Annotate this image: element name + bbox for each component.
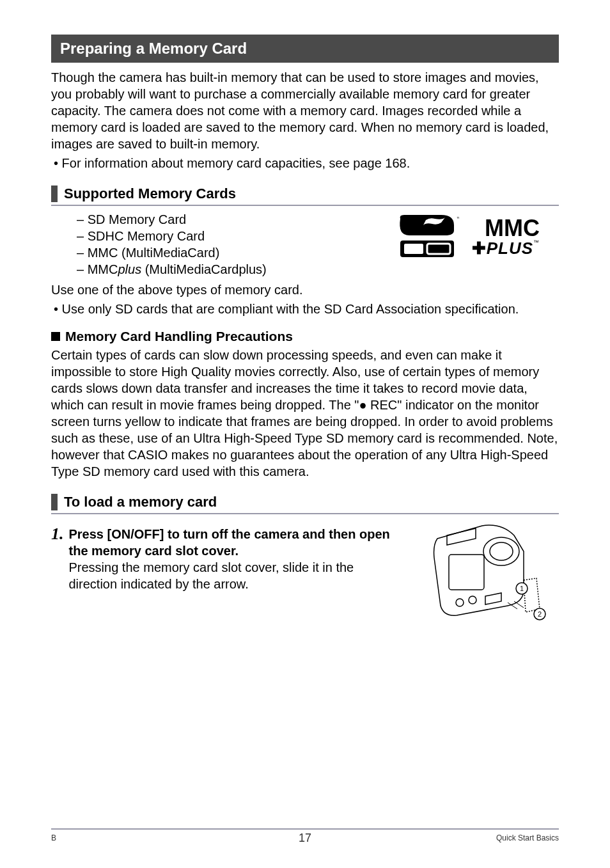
step-title: Press [ON/OFF] to turn off the camera an…: [69, 526, 400, 559]
list-item: SD Memory Card: [77, 211, 267, 228]
svg-text:1: 1: [520, 585, 524, 592]
step-number: 1.: [51, 526, 64, 542]
mmc-text-top: MMC: [485, 215, 540, 241]
svg-rect-2: [404, 244, 423, 254]
supported-heading: Supported Memory Cards: [51, 185, 559, 206]
card-logos: ™ MMC ✚PLUS™: [395, 211, 559, 260]
handling-heading: Memory Card Handling Precautions: [51, 329, 559, 344]
mmc-text-bottom: PLUS: [487, 239, 533, 258]
svg-point-8: [469, 596, 476, 604]
footer-page-number: 17: [299, 832, 311, 845]
list-item: MMCplus (MultiMediaCardplus): [77, 261, 267, 278]
heading-bar-icon: [51, 185, 58, 202]
list-item: MMC (MultiMediaCard): [77, 244, 267, 261]
svg-point-5: [490, 542, 513, 560]
svg-rect-6: [449, 555, 484, 590]
camera-illustration: 1 2: [412, 519, 559, 628]
supported-note1: Use one of the above types of memory car…: [51, 281, 559, 298]
mmc-logo: MMC ✚PLUS™: [472, 217, 540, 256]
supported-card-list: SD Memory Card SDHC Memory Card MMC (Mul…: [51, 211, 267, 278]
step-body: Pressing the memory card slot cover, sli…: [69, 559, 400, 592]
handling-heading-text: Memory Card Handling Precautions: [65, 329, 293, 344]
section-header: Preparing a Memory Card: [51, 35, 559, 63]
load-heading: To load a memory card: [51, 494, 559, 514]
sd-logo-icon: ™: [395, 214, 459, 260]
supported-heading-text: Supported Memory Cards: [64, 185, 236, 202]
list-item: SDHC Memory Card: [77, 228, 267, 244]
supported-note2: • Use only SD cards that are compliant w…: [51, 301, 559, 317]
load-heading-text: To load a memory card: [64, 494, 217, 510]
heading-bar-icon: [51, 494, 58, 510]
handling-paragraph: Certain types of cards can slow down pro…: [51, 347, 559, 480]
intro-bullet: • For information about memory card capa…: [51, 155, 559, 171]
footer-left: B: [51, 833, 56, 842]
footer-right: Quick Start Basics: [496, 833, 559, 842]
svg-point-4: [483, 537, 519, 565]
page-footer: B 17 Quick Start Basics: [51, 828, 559, 842]
square-bullet-icon: [51, 332, 60, 341]
svg-point-7: [456, 599, 464, 606]
intro-paragraph: Though the camera has built-in memory th…: [51, 69, 559, 152]
svg-text:2: 2: [538, 610, 542, 618]
svg-text:™: ™: [457, 216, 459, 221]
